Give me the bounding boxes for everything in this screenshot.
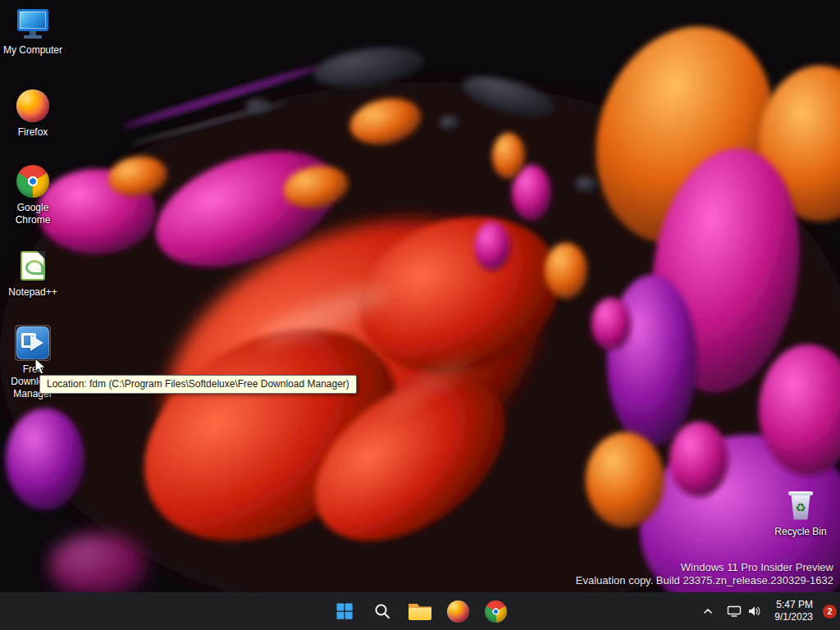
- search-icon: [373, 602, 391, 620]
- firefox-icon: [447, 600, 469, 623]
- desktop-icon-label: Google Chrome: [2, 202, 63, 226]
- notification-badge[interactable]: 2: [823, 605, 837, 619]
- desktop-icon-firefox[interactable]: Firefox: [2, 89, 64, 139]
- file-explorer-icon: [409, 602, 431, 620]
- network-volume-button[interactable]: [722, 596, 766, 627]
- desktop-icon-notepad-plus-plus[interactable]: Notepad++: [2, 249, 64, 299]
- search-button[interactable]: [366, 595, 399, 628]
- my-computer-icon: [16, 7, 50, 41]
- start-icon: [335, 601, 354, 621]
- wallpaper: [0, 0, 840, 630]
- desktop-icon-my-computer[interactable]: My Computer: [2, 7, 64, 57]
- firefox-icon: [16, 89, 50, 123]
- desktop-icon-google-chrome[interactable]: Google Chrome: [2, 164, 64, 226]
- volume-icon: [747, 605, 761, 618]
- tooltip: Location: fdm (C:\Program Files\Softdelu…: [39, 375, 357, 394]
- desktop-icon-label: My Computer: [3, 44, 62, 57]
- evaluation-watermark: Windows 11 Pro Insider Preview Evaluatio…: [576, 561, 833, 587]
- chrome-icon: [485, 600, 507, 623]
- mouse-cursor: [34, 358, 48, 376]
- free-download-manager-icon: [16, 326, 50, 360]
- desktop: My Computer Firefox Google Chrome Notepa…: [0, 0, 840, 630]
- notepad-plus-plus-icon: [16, 249, 50, 283]
- file-explorer-button[interactable]: [404, 595, 436, 628]
- network-display-icon: [727, 605, 742, 618]
- desktop-icon-recycle-bin[interactable]: ♻ Recycle Bin: [774, 488, 827, 538]
- firefox-taskbar-button[interactable]: [441, 595, 474, 628]
- chrome-icon: [16, 164, 50, 199]
- tray-time: 5:47 PM: [774, 599, 813, 611]
- taskbar-center: [328, 592, 512, 630]
- chrome-taskbar-button[interactable]: [479, 595, 512, 628]
- taskbar: 5:47 PM 9/1/2023 2: [0, 592, 840, 630]
- clock-button[interactable]: 5:47 PM 9/1/2023: [769, 596, 818, 627]
- tray-overflow-button[interactable]: [697, 596, 719, 627]
- recycle-bin-icon: ♻: [783, 488, 818, 523]
- chevron-up-icon: [702, 605, 714, 617]
- tray-date: 9/1/2023: [774, 611, 813, 623]
- start-button[interactable]: [328, 595, 361, 628]
- desktop-icon-label: Recycle Bin: [774, 526, 826, 538]
- system-tray: 5:47 PM 9/1/2023 2: [697, 592, 837, 630]
- desktop-icon-label: Notepad++: [8, 286, 57, 299]
- watermark-line2: Evaluation copy. Build 23375.zn_release.…: [576, 574, 833, 587]
- watermark-line1: Windows 11 Pro Insider Preview: [576, 561, 833, 574]
- desktop-icon-label: Firefox: [18, 126, 48, 139]
